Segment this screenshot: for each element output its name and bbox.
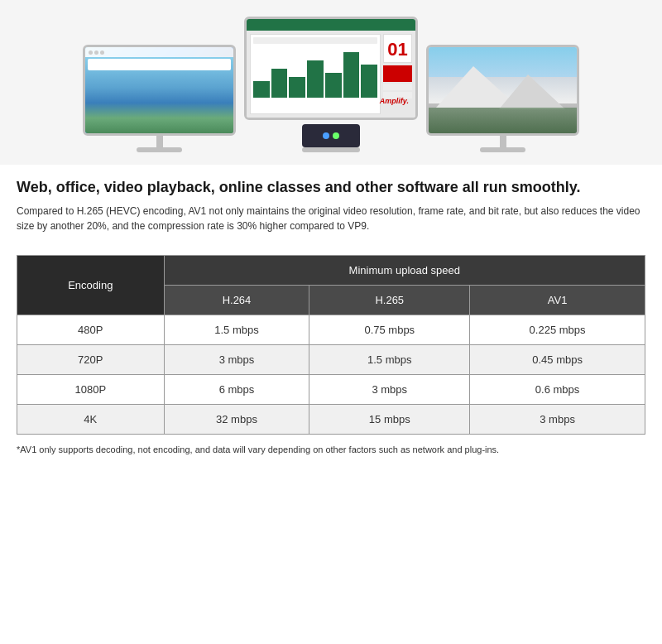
h265-cell: 3 mbps (309, 375, 470, 405)
av1-cell: 0.45 mbps (470, 345, 645, 375)
table-section: Encoding Minimum upload speed H.264 H.26… (0, 255, 662, 435)
description: Compared to H.265 (HEVC) encoding, AV1 n… (17, 204, 645, 233)
right-monitor-base (480, 147, 525, 152)
taskbar-dot (94, 50, 98, 55)
table-row: 720P3 mbps1.5 mbps0.45 mbps (17, 345, 645, 375)
amplify-text: Amplify. (380, 97, 409, 105)
mini-pc (302, 124, 360, 147)
resolution-cell: 720P (17, 345, 165, 375)
center-monitor-wrapper: 01 Amplify. (244, 17, 418, 152)
table-row: 1080P6 mbps3 mbps0.6 mbps (17, 375, 645, 405)
right-screen (429, 47, 577, 133)
right-monitor-neck (500, 136, 506, 147)
h265-cell: 1.5 mbps (309, 345, 470, 375)
col-header-h265: H.265 (309, 286, 470, 315)
right-monitor (426, 45, 579, 136)
resolution-cell: 480P (17, 315, 165, 345)
bar (325, 73, 342, 98)
page-container: 01 Amplify. (0, 0, 662, 469)
center-monitor: 01 Amplify. (244, 17, 418, 120)
av1-cell: 3 mbps (470, 405, 645, 435)
h265-cell: 15 mbps (309, 405, 470, 435)
col-header-h264: H.264 (164, 286, 309, 315)
office-toolbar (247, 19, 415, 31)
table-header-row-1: Encoding Minimum upload speed (17, 256, 645, 286)
left-taskbar (85, 47, 233, 57)
av1-cell: 0.6 mbps (470, 375, 645, 405)
left-monitor-base (137, 147, 182, 152)
bar (307, 60, 324, 98)
bar (271, 69, 288, 98)
upload-speed-header: Minimum upload speed (164, 256, 645, 286)
h264-cell: 32 mbps (164, 405, 309, 435)
left-monitor-neck (156, 136, 163, 147)
center-screen: 01 Amplify. (247, 19, 415, 118)
left-screen (85, 47, 233, 133)
mini-pc-light-2 (333, 132, 339, 139)
monitor-section: 01 Amplify. (0, 0, 662, 165)
h265-cell: 0.75 mbps (309, 315, 470, 345)
mini-pc-light-1 (323, 132, 329, 139)
resolution-cell: 4K (17, 405, 165, 435)
center-monitor-base (302, 147, 360, 152)
chart-area (250, 34, 381, 114)
table-body: 480P1.5 mbps0.75 mbps0.225 mbps720P3 mbp… (17, 315, 645, 435)
bar (343, 52, 360, 98)
encoding-label: Encoding (17, 256, 165, 315)
table-row: 480P1.5 mbps0.75 mbps0.225 mbps (17, 315, 645, 345)
bar (253, 81, 270, 98)
h264-cell: 1.5 mbps (164, 315, 309, 345)
footnote: *AV1 only supports decoding, not encodin… (0, 443, 662, 469)
text-section: Web, office, video playback, online clas… (0, 165, 662, 255)
table-row: 4K32 mbps15 mbps3 mbps (17, 405, 645, 435)
left-monitor (83, 45, 236, 136)
bar (289, 77, 305, 98)
h264-cell: 3 mbps (164, 345, 309, 375)
headline: Web, office, video playback, online clas… (17, 178, 645, 197)
encoding-table: Encoding Minimum upload speed H.264 H.26… (17, 255, 645, 435)
left-monitor-wrapper (83, 45, 236, 152)
resolution-cell: 1080P (17, 375, 165, 405)
right-monitor-wrapper (426, 45, 579, 152)
taskbar-dot (89, 50, 93, 55)
h264-cell: 6 mbps (164, 375, 309, 405)
chart-bars (253, 48, 377, 98)
col-header-av1: AV1 (470, 286, 645, 315)
bar (361, 65, 377, 98)
av1-cell: 0.225 mbps (470, 315, 645, 345)
taskbar-dot (100, 50, 104, 55)
